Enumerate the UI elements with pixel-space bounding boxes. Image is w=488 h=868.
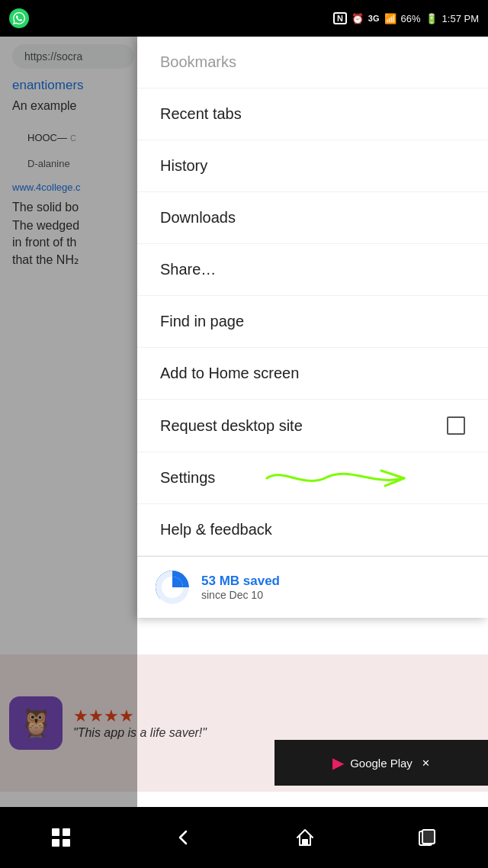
menu-item-share[interactable]: Share… (137, 244, 488, 296)
settings-label: Settings (160, 469, 215, 487)
battery-percent: 66% (401, 13, 421, 24)
menu-item-find-in-page[interactable]: Find in page (137, 296, 488, 348)
data-saved-amount: 53 MB saved (201, 574, 470, 589)
menu-item-recent-tabs[interactable]: Recent tabs (137, 88, 488, 140)
bookmarks-label: Bookmarks (160, 53, 236, 71)
data-saved-text: 53 MB saved since Dec 10 (201, 574, 470, 601)
menu-item-add-to-home[interactable]: Add to Home screen (137, 348, 488, 400)
battery-icon: 🔋 (425, 13, 438, 24)
nav-back-button[interactable] (160, 815, 206, 860)
menu-item-downloads[interactable]: Downloads (137, 192, 488, 244)
menu-item-request-desktop[interactable]: Request desktop site (137, 400, 488, 452)
add-to-home-label: Add to Home screen (160, 365, 299, 382)
play-icon: ▶ (332, 754, 344, 772)
menu-item-help-feedback[interactable]: Help & feedback (137, 504, 488, 556)
share-label: Share… (160, 261, 216, 278)
google-play-button[interactable]: ▶ Google Play ✕ (274, 740, 488, 786)
find-in-page-label: Find in page (160, 313, 244, 330)
data-icon: 3G (368, 14, 380, 23)
svg-rect-5 (63, 839, 70, 847)
status-bar: N ⏰ 3G 📶 66% 🔋 1:57 PM (0, 0, 488, 37)
alarm-icon: ⏰ (352, 13, 364, 24)
bottom-nav (0, 807, 488, 868)
nav-home-button[interactable] (282, 815, 328, 860)
dropdown-menu: Bookmarks Recent tabs History Downloads … (137, 37, 488, 618)
menu-item-bookmarks[interactable]: Bookmarks (137, 37, 488, 88)
data-saved-since: since Dec 10 (201, 589, 470, 601)
menu-item-history[interactable]: History (137, 140, 488, 192)
nav-grid-button[interactable] (38, 815, 84, 860)
request-desktop-checkbox[interactable] (447, 416, 465, 435)
settings-annotation-arrow (259, 463, 412, 493)
svg-rect-4 (52, 839, 59, 847)
svg-rect-3 (63, 828, 70, 836)
close-banner-icon[interactable]: ✕ (422, 757, 430, 769)
data-saver-icon (156, 571, 189, 604)
whatsapp-icon (9, 8, 29, 28)
history-label: History (160, 157, 207, 175)
nfc-icon: N (333, 12, 347, 24)
downloads-label: Downloads (160, 209, 236, 227)
help-feedback-label: Help & feedback (160, 521, 272, 538)
svg-rect-2 (52, 828, 59, 836)
menu-item-settings[interactable]: Settings (137, 452, 488, 504)
overlay-dim (0, 37, 137, 868)
time: 1:57 PM (442, 13, 479, 24)
status-right: N ⏰ 3G 📶 66% 🔋 1:57 PM (333, 12, 479, 24)
google-play-label: Google Play (350, 757, 413, 770)
request-desktop-label: Request desktop site (160, 417, 303, 435)
svg-rect-6 (303, 840, 307, 845)
status-left (9, 8, 29, 28)
data-saved-row: 53 MB saved since Dec 10 (137, 556, 488, 618)
nav-recent-button[interactable] (404, 815, 450, 860)
svg-rect-8 (422, 830, 435, 844)
recent-tabs-label: Recent tabs (160, 105, 242, 123)
signal-bars: 📶 (384, 13, 396, 24)
